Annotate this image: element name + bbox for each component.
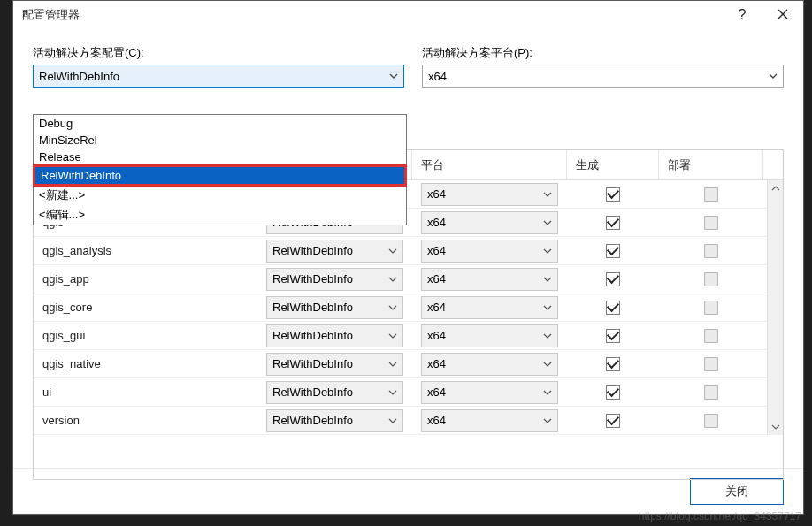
cell-build[interactable] — [567, 407, 659, 434]
checkbox[interactable] — [606, 357, 620, 371]
cell-build[interactable] — [567, 293, 659, 321]
checkbox[interactable] — [606, 414, 620, 428]
checkbox[interactable] — [606, 216, 620, 230]
cell-config[interactable]: RelWithDebInfo — [257, 293, 412, 321]
chevron-down-icon — [389, 72, 398, 80]
chevron-down-icon — [543, 275, 552, 284]
chevron-down-icon — [543, 303, 552, 312]
cell-platform[interactable]: x64 — [412, 407, 567, 434]
cell-project: qgis_native — [34, 350, 257, 377]
checkbox-disabled — [704, 301, 718, 315]
table-row: qgis_nativeRelWithDebInfox64 — [34, 350, 783, 378]
active-config-label: 活动解决方案配置(C): — [33, 45, 404, 61]
cell-build[interactable] — [567, 265, 659, 293]
chevron-down-icon — [388, 332, 397, 340]
cell-build[interactable] — [567, 237, 659, 264]
cell-config[interactable]: RelWithDebInfo — [257, 237, 412, 264]
help-button[interactable]: ? — [722, 1, 762, 29]
checkbox[interactable] — [606, 187, 620, 202]
table-row: qgis_analysisRelWithDebInfox64 — [34, 237, 783, 265]
cell-deploy[interactable] — [659, 180, 763, 208]
cell-config[interactable]: RelWithDebInfo — [257, 350, 412, 377]
cell-config[interactable]: RelWithDebInfo — [257, 407, 412, 434]
checkbox-disabled — [704, 385, 718, 400]
cell-config[interactable]: RelWithDebInfo — [257, 265, 412, 293]
scroll-up-icon[interactable] — [768, 180, 783, 196]
scroll-down-icon[interactable] — [768, 419, 783, 435]
config-dropdown[interactable]: DebugMinSizeRelReleaseRelWithDebInfo<新建.… — [33, 114, 407, 225]
cell-deploy[interactable] — [659, 322, 763, 349]
cell-platform[interactable]: x64 — [412, 265, 567, 293]
chevron-down-icon — [543, 190, 552, 199]
window-title: 配置管理器 — [22, 7, 722, 23]
checkbox[interactable] — [606, 301, 620, 315]
col-platform[interactable]: 平台 — [412, 150, 567, 179]
checkbox-disabled — [704, 216, 718, 230]
cell-deploy[interactable] — [659, 378, 763, 406]
titlebar: 配置管理器 ? — [13, 1, 803, 29]
chevron-down-icon — [543, 247, 552, 255]
checkbox-disabled — [704, 414, 718, 428]
dropdown-option[interactable]: Debug — [34, 115, 406, 132]
chevron-down-icon — [388, 303, 397, 312]
table-row: qgis_guiRelWithDebInfox64 — [34, 322, 783, 350]
dropdown-option[interactable]: RelWithDebInfo — [33, 164, 407, 187]
cell-build[interactable] — [567, 322, 659, 349]
cell-deploy[interactable] — [659, 237, 763, 264]
cell-config[interactable]: RelWithDebInfo — [257, 378, 412, 406]
chevron-down-icon — [388, 360, 397, 369]
active-config-combo[interactable]: RelWithDebInfo — [33, 65, 404, 88]
cell-platform[interactable]: x64 — [412, 378, 567, 406]
dropdown-option[interactable]: <编辑...> — [34, 205, 406, 225]
cell-platform[interactable]: x64 — [412, 180, 567, 208]
checkbox-disabled — [704, 329, 718, 343]
cell-project: qgis_app — [34, 265, 257, 293]
dropdown-option[interactable]: <新建...> — [34, 186, 406, 205]
cell-deploy[interactable] — [659, 209, 763, 236]
cell-platform[interactable]: x64 — [412, 350, 567, 377]
table-row: uiRelWithDebInfox64 — [34, 378, 783, 407]
table-row: versionRelWithDebInfox64 — [34, 407, 783, 435]
cell-deploy[interactable] — [659, 407, 763, 434]
watermark: https://blog.csdn.net/qq_34357717 — [639, 510, 801, 522]
cell-project: version — [34, 407, 257, 434]
cell-project: qgis_core — [34, 293, 257, 321]
checkbox[interactable] — [606, 385, 620, 400]
cell-build[interactable] — [567, 209, 659, 236]
col-deploy[interactable]: 部署 — [659, 150, 763, 179]
cell-deploy[interactable] — [659, 293, 763, 321]
cell-build[interactable] — [567, 350, 659, 377]
cell-deploy[interactable] — [659, 265, 763, 293]
chevron-down-icon — [543, 332, 552, 340]
chevron-down-icon — [543, 388, 552, 397]
checkbox[interactable] — [606, 329, 620, 343]
checkbox-disabled — [704, 244, 718, 258]
checkbox[interactable] — [606, 244, 620, 258]
col-build[interactable]: 生成 — [567, 150, 659, 179]
dropdown-option[interactable]: Release — [34, 149, 406, 165]
cell-platform[interactable]: x64 — [412, 293, 567, 321]
close-button[interactable]: 关闭 — [690, 478, 784, 505]
chevron-down-icon — [543, 218, 552, 227]
cell-build[interactable] — [567, 378, 659, 406]
cell-config[interactable]: RelWithDebInfo — [257, 322, 412, 349]
cell-platform[interactable]: x64 — [412, 237, 567, 264]
checkbox[interactable] — [606, 272, 620, 286]
chevron-down-icon — [543, 416, 552, 425]
active-platform-combo[interactable]: x64 — [422, 65, 784, 88]
window-close-button[interactable] — [762, 1, 803, 29]
cell-build[interactable] — [567, 180, 659, 208]
chevron-down-icon — [543, 360, 552, 369]
table-row: qgis_coreRelWithDebInfox64 — [34, 293, 783, 322]
active-platform-label: 活动解决方案平台(P): — [422, 45, 784, 61]
scrollbar[interactable] — [767, 180, 783, 435]
cell-platform[interactable]: x64 — [412, 209, 567, 236]
cell-project: ui — [34, 378, 257, 406]
cell-platform[interactable]: x64 — [412, 322, 567, 349]
help-icon: ? — [739, 7, 747, 23]
cell-deploy[interactable] — [659, 350, 763, 377]
dropdown-option[interactable]: MinSizeRel — [34, 132, 406, 149]
chevron-down-icon — [388, 416, 397, 425]
checkbox-disabled — [704, 272, 718, 286]
chevron-down-icon — [388, 247, 397, 255]
